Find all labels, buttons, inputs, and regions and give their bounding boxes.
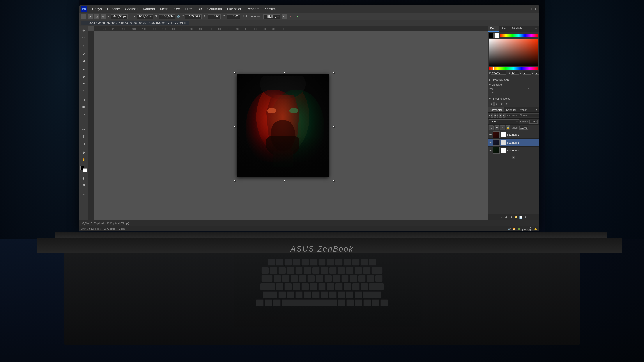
clone-btn[interactable]: ⋄ bbox=[80, 87, 87, 94]
key-f9[interactable] bbox=[344, 259, 351, 266]
layer-item-1[interactable]: 👁 Katman 1 bbox=[488, 139, 539, 147]
tab-yollar[interactable]: Yollar bbox=[518, 107, 529, 112]
new-layer-btn[interactable]: 📄 bbox=[519, 215, 523, 219]
key-u[interactable] bbox=[324, 275, 332, 282]
key-p[interactable] bbox=[350, 275, 357, 282]
key-l[interactable] bbox=[344, 283, 351, 290]
transform-handle-tc[interactable] bbox=[284, 72, 285, 73]
menu-metin[interactable]: Metin bbox=[158, 6, 171, 12]
hue-slider[interactable] bbox=[489, 67, 538, 70]
key-caps[interactable] bbox=[260, 283, 275, 290]
menu-duzenle[interactable]: Düzenle bbox=[104, 6, 122, 12]
key-v[interactable] bbox=[304, 291, 311, 298]
key-w[interactable] bbox=[282, 275, 290, 282]
opacity-input[interactable] bbox=[529, 119, 538, 124]
panel-menu-btn[interactable]: ≡ bbox=[533, 26, 539, 32]
key-f11[interactable] bbox=[361, 259, 368, 266]
key-m[interactable] bbox=[329, 291, 336, 298]
hue-handle[interactable] bbox=[493, 67, 494, 70]
key-left[interactable] bbox=[364, 300, 371, 306]
transform-handle-ml[interactable] bbox=[234, 126, 236, 128]
menu-katman[interactable]: Katman bbox=[140, 6, 157, 12]
close-button[interactable]: × bbox=[533, 7, 537, 11]
document-tab[interactable]: 01095640036ba06f736b976af473526906.jpg @… bbox=[80, 20, 189, 25]
key-j[interactable] bbox=[327, 283, 334, 290]
h-input[interactable] bbox=[185, 14, 202, 19]
layer-vis-1[interactable]: 👁 bbox=[489, 141, 492, 144]
key-quote[interactable] bbox=[361, 283, 368, 290]
key-win[interactable] bbox=[265, 300, 272, 306]
menu-yardim[interactable]: Yardım bbox=[262, 6, 278, 12]
filter-type-smart[interactable]: ⊞ bbox=[502, 113, 505, 118]
pen-btn[interactable]: ✏ bbox=[80, 126, 87, 133]
key-e[interactable] bbox=[290, 275, 298, 282]
menu-pencere[interactable]: Pencere bbox=[244, 6, 262, 12]
tab-close-button[interactable]: × bbox=[184, 21, 186, 24]
key-semicolon[interactable] bbox=[352, 283, 360, 290]
key-ctrl-l[interactable] bbox=[256, 300, 264, 306]
key-period[interactable] bbox=[346, 291, 354, 298]
key-f10[interactable] bbox=[352, 259, 360, 266]
marquee-tool-btn[interactable]: ⬚ bbox=[80, 34, 87, 41]
key-y[interactable] bbox=[316, 275, 323, 282]
color-picker-cursor[interactable] bbox=[524, 48, 526, 49]
filter-type-text[interactable]: T bbox=[497, 113, 498, 118]
key-f7[interactable] bbox=[327, 259, 334, 266]
key-slash[interactable] bbox=[354, 291, 362, 298]
key-t[interactable] bbox=[308, 275, 315, 282]
key-backspace[interactable] bbox=[372, 267, 382, 274]
key-h[interactable] bbox=[318, 283, 326, 290]
add-mask-btn[interactable]: ⊕ bbox=[489, 102, 494, 106]
layer-item-2[interactable]: 👁 Katman 2 bbox=[488, 147, 539, 154]
menu-sec[interactable]: Seç bbox=[171, 6, 182, 12]
w-input[interactable] bbox=[158, 14, 175, 19]
filter-type-pixel[interactable]: ◻ bbox=[491, 113, 493, 118]
transform-handle-tl[interactable] bbox=[234, 72, 236, 73]
new-layer-circle-btn[interactable]: + bbox=[512, 156, 516, 159]
maximize-button[interactable]: □ bbox=[529, 7, 532, 11]
tab-renk[interactable]: Renk bbox=[488, 26, 499, 32]
more-tools-btn[interactable]: ••• bbox=[80, 191, 87, 197]
hex-input[interactable] bbox=[491, 71, 506, 75]
key-g[interactable] bbox=[310, 283, 317, 290]
intersect-mask-btn[interactable]: ⊗ bbox=[500, 102, 504, 106]
layers-search-input[interactable] bbox=[506, 113, 539, 117]
key-1[interactable] bbox=[270, 267, 277, 274]
filter-type-adjust[interactable]: ◈ bbox=[494, 113, 496, 118]
shape-btn[interactable]: ◻ bbox=[80, 140, 87, 147]
key-i[interactable] bbox=[333, 275, 340, 282]
key-minus[interactable] bbox=[354, 267, 362, 274]
layer-item-3[interactable]: 👁 Katman 3 bbox=[488, 131, 539, 139]
color-gradient-picker[interactable] bbox=[489, 39, 538, 66]
key-x[interactable] bbox=[287, 291, 294, 298]
key-7[interactable] bbox=[321, 267, 328, 274]
key-shift-l[interactable] bbox=[262, 291, 277, 298]
zoom-btn[interactable]: ⊕ bbox=[80, 149, 87, 156]
tab-ayar[interactable]: Ayar bbox=[499, 26, 510, 32]
y-input[interactable] bbox=[137, 14, 153, 19]
key-f8[interactable] bbox=[335, 259, 342, 266]
blur-btn[interactable]: ◌ bbox=[80, 110, 87, 117]
lock-all-btn[interactable]: 🔒 bbox=[506, 125, 510, 130]
menu-gorunum[interactable]: Görünüm bbox=[204, 6, 224, 12]
key-f2[interactable] bbox=[284, 259, 292, 266]
transform-handle-mr[interactable] bbox=[333, 126, 334, 128]
menu-dosya[interactable]: Dosya bbox=[90, 6, 104, 12]
key-equals[interactable] bbox=[363, 267, 370, 274]
key-f12[interactable] bbox=[369, 259, 376, 266]
tab-katmanlar[interactable]: Katmanlar bbox=[488, 107, 504, 112]
key-f5[interactable] bbox=[310, 259, 317, 266]
lock-position-btn[interactable]: ✛ bbox=[500, 125, 505, 130]
cancel-transform-icon[interactable]: ✕ bbox=[288, 14, 293, 19]
panel-more-btn[interactable]: ••• bbox=[536, 102, 538, 106]
key-alt-r[interactable] bbox=[338, 300, 345, 306]
key-8[interactable] bbox=[329, 267, 336, 274]
blend-mode-select[interactable]: Normal Çarpma Ekran bbox=[489, 119, 519, 124]
lock-transparent-btn[interactable]: ◻ bbox=[489, 125, 494, 130]
mask-btn[interactable]: ◉ bbox=[80, 175, 87, 181]
b-input[interactable] bbox=[535, 71, 539, 75]
new-fill-adj-btn[interactable]: ◑ bbox=[509, 215, 513, 219]
fill-input[interactable] bbox=[520, 126, 528, 130]
rotation-input[interactable] bbox=[208, 14, 220, 19]
move-tool-btn[interactable]: ✛ bbox=[80, 27, 87, 34]
